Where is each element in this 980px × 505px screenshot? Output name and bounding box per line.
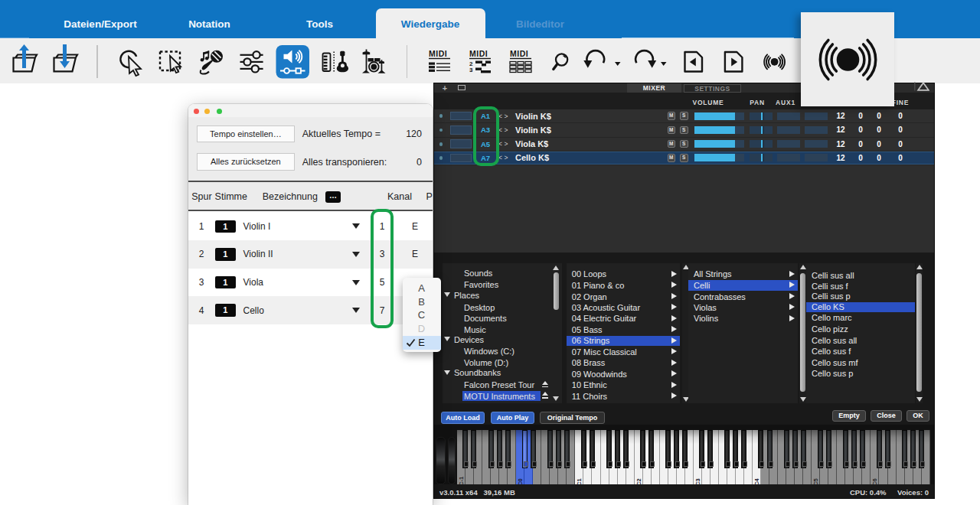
svg-text:MIDI: MIDI <box>429 49 447 58</box>
svg-text:MIDI: MIDI <box>510 49 528 58</box>
svg-text:3: 3 <box>469 67 473 73</box>
svg-text:MIDI: MIDI <box>469 49 488 58</box>
